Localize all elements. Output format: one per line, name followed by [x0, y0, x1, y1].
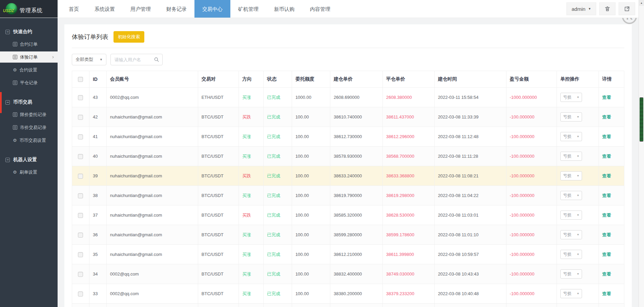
cell-pair: BTC/USDT — [198, 186, 238, 205]
control-select[interactable]: 亏损▼ — [560, 289, 582, 298]
top-nav-item[interactable]: 交易中心 — [194, 0, 230, 18]
control-select[interactable]: 亏损▼ — [560, 112, 582, 122]
cell-account: nuhaichuntian@gmail.com — [106, 186, 198, 205]
top-nav-item[interactable]: 矿机管理 — [230, 0, 266, 18]
sidebar-section-title[interactable]: −快速合约 — [0, 27, 58, 37]
type-filter-value: 全部类型 — [76, 57, 93, 63]
caret-down-icon: ▼ — [577, 135, 579, 138]
control-select[interactable]: 亏损▼ — [560, 132, 582, 141]
view-detail-link[interactable]: 查看 — [602, 154, 611, 159]
username-search-input[interactable] — [114, 57, 152, 63]
column-header: 单控操作 — [557, 71, 599, 88]
control-select[interactable]: 亏损▼ — [560, 191, 582, 200]
cell-open-price: 38390.650000 — [330, 304, 382, 307]
cell-direction: 买涨 — [239, 225, 264, 245]
cell-pair: BTC/USDT — [198, 166, 238, 186]
view-detail-link[interactable]: 查看 — [602, 193, 611, 198]
control-select[interactable]: 亏损▼ — [560, 152, 582, 161]
row-checkbox[interactable] — [78, 95, 83, 100]
view-detail-link[interactable]: 查看 — [602, 134, 611, 139]
logout-button[interactable] — [619, 2, 635, 15]
sidebar-item[interactable]: 平仓记录 — [0, 77, 58, 88]
top-nav-item[interactable]: 内容管理 — [302, 0, 338, 18]
view-detail-link[interactable]: 查看 — [602, 173, 611, 178]
view-detail-link[interactable]: 查看 — [602, 114, 611, 119]
control-select[interactable]: 亏损▼ — [560, 269, 582, 279]
row-checkbox[interactable] — [78, 134, 83, 139]
sidebar-section: −快速合约合约订单体验订单⚙合约设置平仓记录 — [0, 27, 58, 88]
cell-id: 32 — [89, 304, 106, 307]
list-icon — [13, 112, 17, 117]
sidebar-item[interactable]: ⚙币币交易设置 — [0, 135, 58, 146]
cell-direction: 买涨 — [239, 245, 264, 264]
view-detail-link[interactable]: 查看 — [602, 291, 611, 296]
view-detail-link[interactable]: 查看 — [602, 232, 611, 237]
search-icon[interactable] — [154, 57, 159, 62]
view-detail-link[interactable]: 查看 — [602, 271, 611, 277]
sidebar-item[interactable]: 市价交易记录 — [0, 122, 58, 133]
cell-pair: BTC/USDT — [198, 264, 238, 284]
cell-account: nuhaichuntian@gmail.com — [106, 147, 198, 166]
top-nav-item[interactable]: 新币认购 — [266, 0, 302, 18]
cell-open-price: 38599.280000 — [330, 225, 382, 245]
scrollbar-thumb[interactable] — [640, 97, 643, 141]
trash-button[interactable] — [599, 2, 616, 15]
control-select[interactable]: 亏损▼ — [560, 93, 582, 102]
cell-account: nuhaichuntian@gmail.com — [106, 245, 198, 264]
control-select[interactable]: 亏损▼ — [560, 250, 582, 259]
sidebar-item[interactable]: ⚙合约设置 — [0, 64, 58, 75]
view-detail-link[interactable]: 查看 — [602, 95, 611, 100]
row-checkbox[interactable] — [78, 174, 83, 179]
cell-select — [72, 284, 89, 304]
caret-down-icon: ▼ — [577, 194, 579, 197]
top-nav-item[interactable]: 财务记录 — [159, 0, 194, 18]
row-checkbox[interactable] — [78, 193, 83, 198]
cell-account: nuhaichuntian@gmail.com — [106, 127, 198, 147]
control-select[interactable]: 亏损▼ — [560, 171, 582, 180]
type-filter-select[interactable]: 全部类型 ▼ — [72, 54, 106, 65]
row-checkbox[interactable] — [78, 213, 83, 218]
cell-id: 43 — [89, 88, 106, 107]
control-select[interactable]: 亏损▼ — [560, 230, 582, 239]
sidebar-item[interactable]: 限价委托记录 — [0, 109, 58, 120]
sidebar-item-label: 平仓记录 — [20, 80, 38, 86]
sidebar-item[interactable]: ⚙刷单设置 — [0, 167, 58, 178]
cell-direction: 买涨 — [239, 147, 264, 166]
sidebar-item[interactable]: 合约订单 — [0, 39, 58, 50]
column-header: ID — [89, 71, 106, 88]
top-nav-item[interactable]: 系统设置 — [87, 0, 123, 18]
admin-dropdown-button[interactable]: admin ▼ — [566, 2, 596, 15]
row-checkbox[interactable] — [78, 252, 83, 257]
sidebar-section-title[interactable]: −机器人设置 — [0, 155, 58, 165]
column-header: 会员账号 — [106, 71, 198, 88]
admin-username: admin — [572, 6, 585, 12]
reset-search-button[interactable]: 初始化搜索 — [113, 31, 144, 43]
cell-close-price: 38568.700000 — [382, 147, 434, 166]
cell-detail: 查看 — [599, 245, 624, 264]
caret-down-icon: ▼ — [577, 155, 579, 158]
cell-amount: 100.00 — [292, 304, 330, 307]
sidebar-section-title[interactable]: −币币交易 — [0, 97, 58, 107]
vertical-scrollbar[interactable]: ▲ — [639, 0, 644, 307]
view-detail-link[interactable]: 查看 — [602, 213, 611, 218]
row-checkbox[interactable] — [78, 291, 83, 297]
top-nav-item[interactable]: 用户管理 — [123, 0, 159, 18]
scrollbar-up-arrow[interactable]: ▲ — [639, 0, 644, 6]
table-row: 40nuhaichuntian@gmail.comBTC/USDT买涨已完成10… — [72, 147, 624, 166]
select-all-checkbox[interactable] — [78, 77, 83, 82]
control-select[interactable]: 亏损▼ — [560, 211, 582, 220]
cell-detail: 查看 — [599, 127, 624, 147]
row-checkbox[interactable] — [78, 115, 83, 120]
row-checkbox[interactable] — [78, 154, 83, 159]
view-detail-link[interactable]: 查看 — [602, 252, 611, 257]
top-nav-item[interactable]: 首页 — [61, 0, 87, 18]
control-select-value: 亏损 — [563, 114, 571, 120]
cell-detail: 查看 — [599, 147, 624, 166]
row-checkbox[interactable] — [78, 233, 83, 238]
table-header-row: ID会员账号交易对方向状态委托额度建仓单价平仓单价建仓时间盈亏金额单控操作详情 — [72, 71, 624, 88]
cell-select — [72, 166, 89, 186]
sidebar-item[interactable]: 体验订单 — [0, 51, 58, 63]
cell-direction: 买涨 — [239, 304, 264, 307]
row-checkbox[interactable] — [78, 272, 83, 277]
cell-amount: 100.00 — [292, 264, 330, 284]
